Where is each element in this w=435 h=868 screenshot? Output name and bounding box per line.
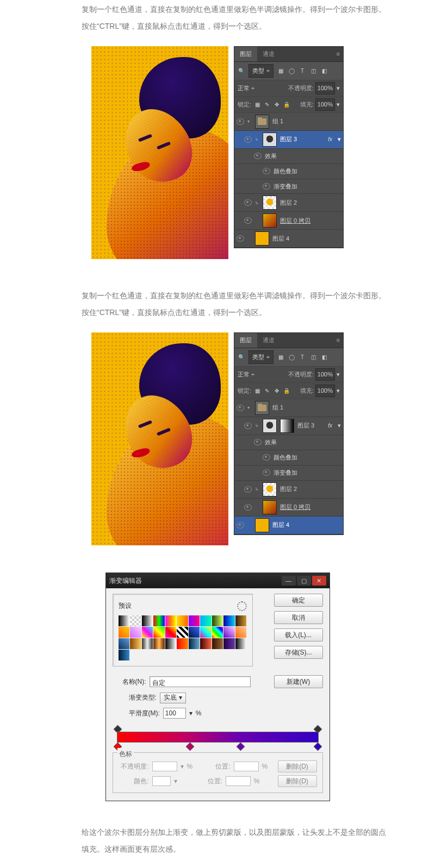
chevron-down-icon[interactable]: ▾ [337, 369, 340, 380]
lock-position-icon[interactable]: ✥ [273, 100, 281, 108]
chevron-down-icon[interactable]: ▾ [338, 420, 341, 431]
filter-text-icon[interactable]: T [299, 354, 306, 361]
save-button[interactable]: 存储(S)... [274, 646, 323, 659]
visibility-icon[interactable] [237, 522, 244, 529]
visibility-icon[interactable] [244, 504, 252, 511]
filter-text-icon[interactable]: T [299, 67, 306, 75]
visibility-icon[interactable] [237, 405, 244, 411]
filter-adjust-icon[interactable]: ◯ [288, 354, 295, 361]
preset-swatch[interactable] [119, 650, 130, 661]
maximize-button[interactable]: ▢ [297, 576, 311, 586]
preset-swatch[interactable] [212, 638, 223, 649]
effect-gradient-overlay[interactable]: 渐变叠加 [234, 466, 343, 481]
preset-swatch[interactable] [165, 615, 177, 626]
chevron-down-icon[interactable]: ▾ [337, 385, 340, 397]
preset-swatch[interactable] [177, 615, 188, 626]
visibility-icon[interactable] [263, 183, 270, 190]
preset-swatch[interactable] [223, 638, 235, 649]
preset-swatch[interactable] [142, 638, 153, 649]
layer-group-row[interactable]: ▾ 组 1 [234, 113, 343, 131]
preset-swatch[interactable] [119, 627, 130, 638]
search-icon[interactable]: 🔍 [238, 67, 245, 75]
close-button[interactable]: ✕ [312, 576, 326, 586]
ok-button[interactable]: 确定 [274, 594, 323, 607]
chevron-down-icon[interactable]: ▾ [338, 134, 341, 145]
tab-channels[interactable]: 通道 [257, 47, 280, 61]
preset-swatch[interactable] [153, 615, 165, 626]
layer-row-0copy[interactable]: 图层 0 拷贝 [234, 212, 343, 230]
visibility-icon[interactable] [254, 153, 262, 159]
layer-row-2[interactable]: ↳ 图层 2 [234, 481, 343, 499]
blend-mode-select[interactable]: 正常 ÷ [238, 369, 254, 380]
preset-swatch[interactable] [130, 627, 141, 638]
preset-swatch[interactable] [119, 638, 130, 649]
layer-row-4[interactable]: 图层 4 [234, 230, 343, 248]
preset-swatch[interactable] [189, 615, 200, 626]
preset-swatch[interactable] [200, 627, 212, 638]
dialog-titlebar[interactable]: 渐变编辑器 — ▢ ✕ [106, 573, 330, 588]
lock-all-icon[interactable]: 🔒 [283, 100, 290, 108]
preset-swatch[interactable] [212, 615, 223, 626]
visibility-icon[interactable] [263, 454, 270, 461]
filter-shape-icon[interactable]: ◫ [309, 354, 317, 361]
new-button[interactable]: 新建(W) [274, 675, 323, 688]
gradient-ramp[interactable] [117, 725, 319, 747]
gradient-type-select[interactable]: 实底 ▾ [160, 693, 186, 703]
panel-menu-icon[interactable]: ≡ [333, 47, 343, 61]
layer-row-0copy[interactable]: 图层 0 拷贝 [234, 499, 343, 517]
effect-gradient-overlay[interactable]: 渐变叠加 [234, 179, 343, 194]
filter-type-select[interactable]: 类型 ÷ [248, 350, 274, 364]
lock-transparent-icon[interactable]: ▦ [253, 387, 261, 394]
preset-swatch[interactable] [235, 615, 247, 626]
preset-swatch[interactable] [177, 638, 188, 649]
fx-icon[interactable]: fx [328, 420, 332, 431]
gradient-name-input[interactable]: 自定 [150, 676, 251, 687]
filter-smart-icon[interactable]: ◧ [320, 354, 328, 361]
filter-type-select[interactable]: 类型 ÷ [248, 64, 274, 78]
layer-row-3[interactable]: ↳ 图层 3 fx ▾ [234, 131, 343, 149]
preset-swatch[interactable] [235, 627, 247, 638]
cancel-button[interactable]: 取消 [274, 611, 323, 624]
preset-swatch[interactable] [200, 638, 212, 649]
effects-row[interactable]: 效果 [234, 149, 343, 164]
preset-swatch[interactable] [177, 627, 188, 638]
preset-swatch[interactable] [223, 615, 235, 626]
visibility-icon[interactable] [244, 199, 252, 206]
fill-value[interactable]: 100% [315, 385, 335, 397]
effect-color-overlay[interactable]: 颜色叠加 [234, 164, 343, 179]
lock-paint-icon[interactable]: ✎ [263, 100, 271, 108]
preset-swatch[interactable] [235, 638, 247, 649]
blend-mode-select[interactable]: 正常 ÷ [238, 83, 254, 94]
preset-swatch[interactable] [189, 627, 200, 638]
lock-paint-icon[interactable]: ✎ [263, 387, 271, 394]
color-stop[interactable] [237, 742, 245, 751]
visibility-icon[interactable] [263, 469, 270, 476]
chevron-down-icon[interactable]: ▾ [337, 83, 340, 94]
color-stop[interactable] [186, 742, 195, 751]
filter-image-icon[interactable]: ▦ [277, 67, 284, 75]
visibility-icon[interactable] [237, 118, 244, 125]
preset-swatch[interactable] [142, 615, 153, 626]
collapse-icon[interactable]: ▾ [247, 404, 252, 412]
preset-swatch[interactable] [130, 638, 141, 649]
visibility-icon[interactable] [263, 168, 270, 174]
preset-swatch[interactable] [142, 627, 153, 638]
search-icon[interactable]: 🔍 [238, 354, 245, 361]
visibility-icon[interactable] [244, 136, 252, 143]
layer-row-3[interactable]: ↳ 图层 3 fx ▾ [234, 417, 343, 435]
opacity-value[interactable]: 100% [315, 368, 335, 381]
filter-smart-icon[interactable]: ◧ [320, 67, 328, 75]
layer-row-2[interactable]: ↳ 图层 2 [234, 194, 343, 212]
smoothness-input[interactable]: 100 [163, 708, 186, 719]
visibility-icon[interactable] [237, 235, 244, 242]
collapse-icon[interactable]: ▾ [247, 117, 252, 125]
visibility-icon[interactable] [244, 486, 252, 493]
chevron-down-icon[interactable]: ▾ [337, 99, 340, 110]
visibility-icon[interactable] [244, 423, 252, 429]
effect-color-overlay[interactable]: 颜色叠加 [234, 450, 343, 466]
layer-row-4[interactable]: 图层 4 [234, 517, 343, 534]
preset-swatch[interactable] [119, 615, 130, 626]
preset-swatch[interactable] [153, 627, 165, 638]
chevron-down-icon[interactable]: ▾ [189, 707, 192, 720]
tab-channels[interactable]: 通道 [257, 333, 280, 348]
